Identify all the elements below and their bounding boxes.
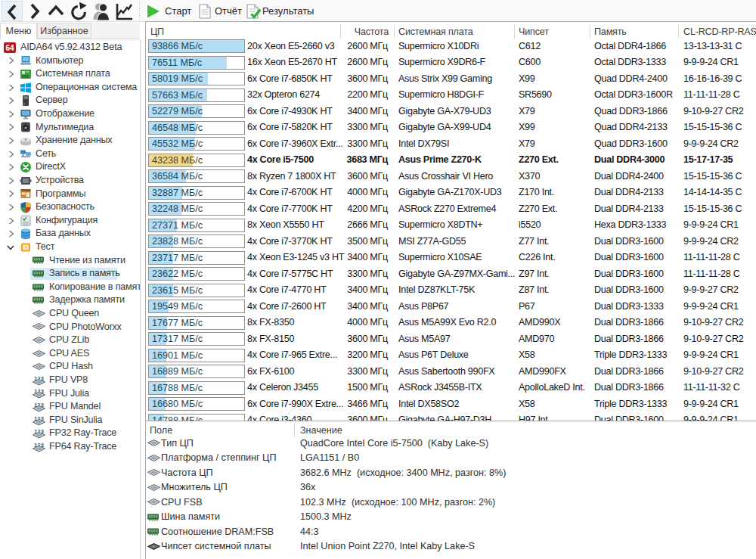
svg-text:64: 64 bbox=[5, 44, 14, 52]
